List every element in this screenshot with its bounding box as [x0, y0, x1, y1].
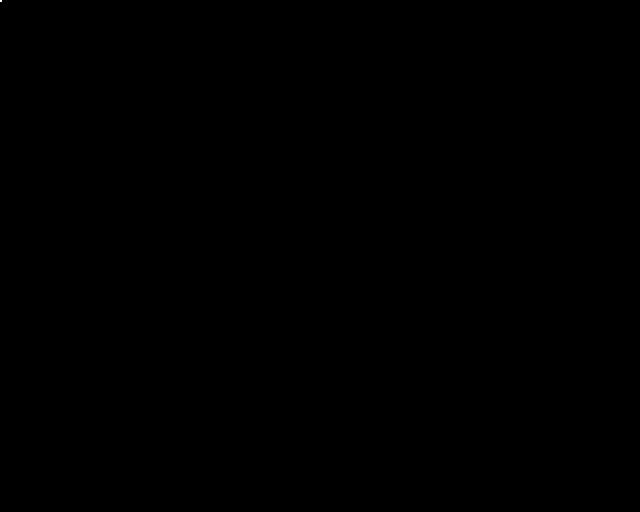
ace-rtsw-plot	[0, 0, 640, 512]
plot-canvas	[0, 0, 640, 512]
